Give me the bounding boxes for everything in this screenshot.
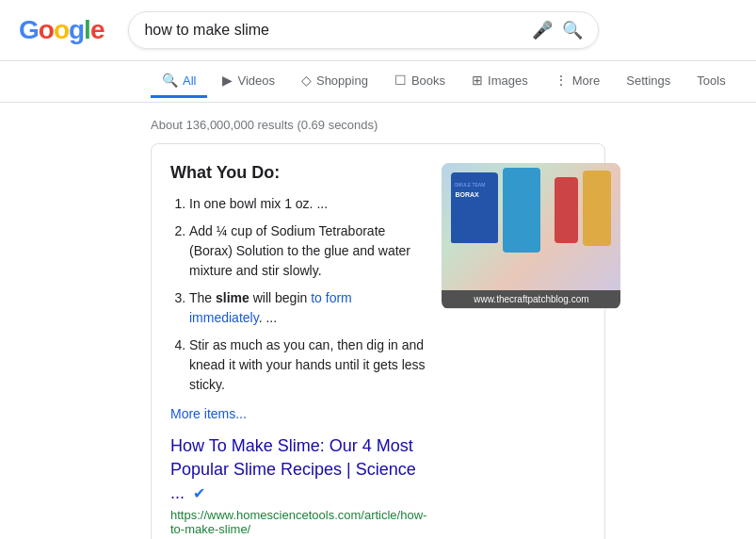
nav-tabs: 🔍 All ▶ Videos ◇ Shopping ☐ Books ⊞ Imag… bbox=[0, 61, 756, 103]
step-4: Stir as much as you can, then dig in and… bbox=[189, 335, 426, 395]
borax-bottle bbox=[451, 172, 498, 243]
header: Google how to make slime 🎤 🔍 bbox=[0, 0, 756, 61]
tools-link[interactable]: Tools bbox=[685, 66, 736, 98]
books-icon: ☐ bbox=[394, 73, 407, 88]
videos-icon: ▶ bbox=[222, 73, 233, 88]
more-icon: ⋮ bbox=[555, 73, 568, 88]
tab-all[interactable]: 🔍 All bbox=[151, 65, 207, 98]
search-bar[interactable]: how to make slime 🎤 🔍 bbox=[128, 11, 599, 49]
tab-images[interactable]: ⊞ Images bbox=[460, 65, 539, 98]
step-1: In one bowl mix 1 oz. ... bbox=[189, 194, 426, 214]
featured-title: What You Do: bbox=[170, 163, 426, 183]
tab-shopping[interactable]: ◇ Shopping bbox=[290, 65, 379, 98]
more-items-link[interactable]: More items... bbox=[170, 406, 247, 421]
glue-bottle bbox=[583, 171, 611, 246]
shopping-icon: ◇ bbox=[301, 73, 312, 88]
nav-settings: Settings Tools bbox=[615, 66, 736, 98]
result-link-section: How To Make Slime: Our 4 Most Popular Sl… bbox=[170, 434, 426, 536]
featured-steps-list: In one bowl mix 1 oz. ... Add ¼ cup of S… bbox=[170, 194, 426, 395]
settings-link[interactable]: Settings bbox=[615, 66, 682, 98]
search-button-icon[interactable]: 🔍 bbox=[562, 20, 583, 41]
extra-bottle bbox=[555, 177, 578, 243]
results-area: About 136,000,000 results (0.69 seconds)… bbox=[0, 103, 756, 539]
images-icon: ⊞ bbox=[472, 73, 483, 88]
step-3: The slime will begin to form immediately… bbox=[189, 288, 426, 328]
liquid-bottle bbox=[503, 168, 540, 253]
results-count: About 136,000,000 results (0.69 seconds) bbox=[151, 110, 605, 143]
featured-content: What You Do: In one bowl mix 1 oz. ... A… bbox=[170, 163, 426, 539]
microphone-icon[interactable]: 🎤 bbox=[532, 20, 553, 41]
tab-more[interactable]: ⋮ More bbox=[543, 65, 612, 98]
featured-image-visual bbox=[442, 163, 620, 290]
tab-books[interactable]: ☐ Books bbox=[383, 65, 457, 98]
featured-snippet-card: What You Do: In one bowl mix 1 oz. ... A… bbox=[151, 143, 605, 539]
featured-image: www.thecraftpatchblog.com bbox=[442, 163, 620, 309]
result-title[interactable]: How To Make Slime: Our 4 Most Popular Sl… bbox=[170, 434, 426, 506]
step-2: Add ¼ cup of Sodium Tetraborate (Borax) … bbox=[189, 221, 426, 281]
tab-videos[interactable]: ▶ Videos bbox=[211, 65, 286, 98]
all-icon: 🔍 bbox=[162, 73, 178, 88]
verified-icon: ✔ bbox=[193, 485, 205, 501]
google-logo: Google bbox=[19, 15, 104, 45]
search-input[interactable]: how to make slime bbox=[144, 22, 524, 39]
result-url: https://www.homesciencetools.com/article… bbox=[170, 508, 426, 536]
image-caption: www.thecraftpatchblog.com bbox=[442, 290, 620, 308]
